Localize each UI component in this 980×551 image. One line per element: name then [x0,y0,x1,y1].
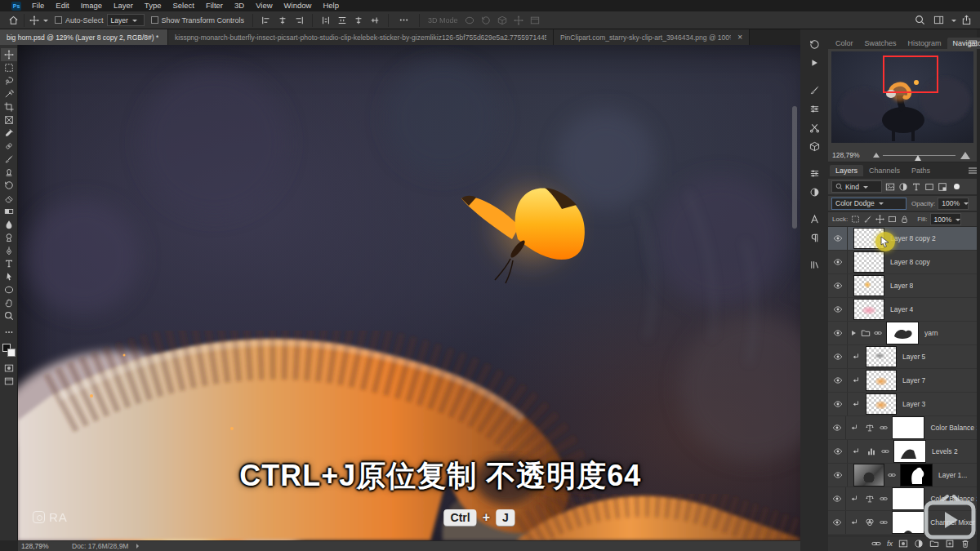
menu-item-image[interactable]: Image [75,0,108,11]
libraries-panel-icon[interactable] [804,256,824,273]
align-right-icon[interactable] [294,16,304,25]
navigator-zoom-slider[interactable] [883,155,956,156]
filter-shape-layers-icon[interactable] [924,182,934,192]
edit-toolbar-icon[interactable] [1,326,17,339]
visibility-toggle[interactable] [828,464,848,487]
zoom-out-mountain-icon[interactable] [873,149,880,158]
link-layers-icon[interactable] [871,539,881,549]
layer-row[interactable]: Layer 1... [828,464,977,487]
layer-row-selected[interactable]: Layer 8 copy 2 [828,227,977,251]
zoom-in-mountain-icon[interactable] [960,147,970,159]
move-tool[interactable] [1,48,17,61]
visibility-toggle[interactable] [828,440,848,463]
lock-artboard-icon[interactable] [888,215,897,224]
panel-menu-icon[interactable] [967,38,978,49]
adjustment-layer-row[interactable]: Color Balance 1 [828,416,977,440]
align-left-icon[interactable] [261,16,271,25]
show-transform-checkbox[interactable] [151,16,158,24]
lock-position-icon[interactable] [875,215,884,224]
layer-name[interactable]: yarn [924,329,938,337]
layer-row[interactable]: Layer 7 [828,369,977,393]
auto-select-target-dropdown[interactable]: Layer [107,14,145,26]
character-panel-icon[interactable] [804,211,824,227]
layer-thumbnail[interactable] [853,464,884,487]
fill-dropdown[interactable]: 100% [930,213,961,225]
layer-name[interactable]: Color Balance 1 [930,424,977,432]
visibility-toggle[interactable] [828,274,848,297]
healing-brush-tool[interactable] [1,140,17,153]
tab-layers[interactable]: Layers [830,165,863,176]
screen-mode-toggle[interactable] [1,375,17,388]
eyedropper-tool[interactable] [1,127,17,140]
blend-mode-dropdown[interactable]: Color Dodge [831,198,906,210]
visibility-toggle[interactable] [828,487,846,510]
document-tab[interactable]: PinClipart.com_starry-sky-clip-art_39464… [554,29,750,45]
layer-thumbnail[interactable] [853,251,884,273]
menu-item-3d[interactable]: 3D [229,0,250,11]
status-expand-icon[interactable] [136,544,141,549]
filter-type-layers-icon[interactable] [911,182,921,192]
type-tool[interactable] [1,257,17,270]
auto-select-checkbox[interactable] [55,16,62,24]
navigator-preview[interactable] [831,51,973,143]
3d-panel-icon[interactable] [804,138,824,154]
menu-item-layer[interactable]: Layer [108,0,139,11]
document-size-info[interactable]: Doc: 17,6M/28,9M [72,542,128,550]
tab-color[interactable]: Color [830,38,859,49]
channel-mixer-icon[interactable] [863,517,876,528]
layer-row[interactable]: Layer 5 [828,345,977,369]
home-icon[interactable] [8,15,19,25]
move-tool-options-icon[interactable] [29,16,39,25]
dodge-tool[interactable] [1,231,17,244]
workspace-switcher-icon[interactable] [933,15,944,25]
close-tab-icon[interactable]: × [737,33,742,42]
layer-row[interactable]: Layer 8 copy [828,251,977,274]
filter-pixel-layers-icon[interactable] [885,182,895,192]
quick-mask-toggle[interactable] [1,362,17,375]
layer-name[interactable]: Layer 5 [902,353,925,361]
gradient-tool[interactable] [1,205,17,218]
panel-menu-icon[interactable] [967,165,978,176]
menu-item-type[interactable]: Type [139,0,167,11]
blur-tool[interactable] [1,218,17,231]
layer-name[interactable]: Layer 3 [902,400,925,408]
brush-settings-panel-icon[interactable] [804,82,824,98]
visibility-toggle[interactable] [828,322,848,344]
marquee-tool[interactable] [1,61,17,74]
expand-group-icon[interactable] [852,331,858,335]
tab-paths[interactable]: Paths [906,165,936,176]
share-icon[interactable] [961,15,972,25]
slider-thumb[interactable] [915,152,921,161]
layer-row[interactable]: Layer 4 [828,298,977,322]
shape-tool[interactable] [1,283,17,296]
lock-pixels-icon[interactable] [863,215,872,224]
layer-thumbnail[interactable] [853,299,884,320]
add-mask-icon[interactable] [898,539,908,549]
history-panel-icon[interactable] [804,36,824,52]
dock-scrollbar[interactable] [977,29,980,551]
auto-select-label[interactable]: Auto-Select [65,16,104,24]
visibility-toggle[interactable] [828,369,848,392]
layer-thumbnail[interactable] [866,346,897,367]
canvas[interactable]: CTRL+J原位复制 不透明度64 Ctrl + J RA [18,45,800,540]
adjustment-layer-row[interactable]: Levels 2 [828,440,977,464]
menu-item-filter[interactable]: Filter [200,0,229,11]
more-options-icon[interactable] [399,15,409,25]
menu-item-edit[interactable]: Edit [50,0,74,11]
actions-panel-icon[interactable] [804,55,824,71]
layer-mask-thumbnail[interactable] [892,416,924,439]
tab-histogram[interactable]: Histogram [902,38,947,49]
filter-toggle[interactable] [954,184,960,189]
color-balance-icon[interactable] [863,493,876,504]
frame-tool[interactable] [1,113,17,127]
layer-mask-thumbnail[interactable] [900,464,933,487]
canvas-scrollbar[interactable] [792,106,797,229]
layer-name[interactable]: Layer 8 copy [890,258,930,266]
layer-name[interactable]: Layer 7 [902,376,925,384]
visibility-toggle[interactable] [828,227,848,250]
zoom-tool[interactable] [1,309,17,322]
layer-mask-thumbnail[interactable] [892,511,924,534]
hand-tool[interactable] [1,296,17,309]
lock-all-icon[interactable] [900,215,909,224]
levels-icon[interactable] [865,446,878,457]
